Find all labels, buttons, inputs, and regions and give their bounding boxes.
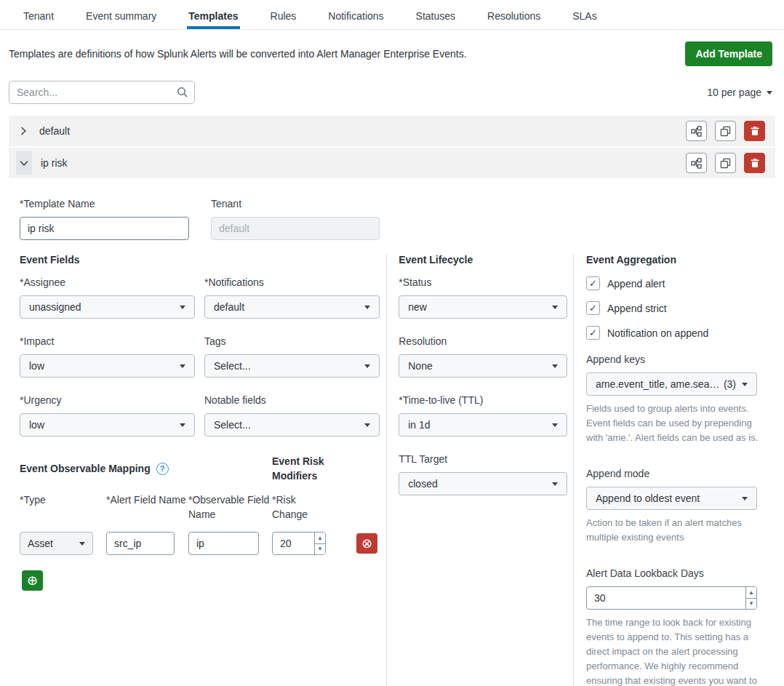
ttl-target-select[interactable]: closed bbox=[399, 472, 567, 495]
append-mode-select[interactable]: Append to oldest event bbox=[586, 487, 757, 510]
add-template-button[interactable]: Add Template bbox=[685, 41, 772, 66]
add-mapping-button[interactable]: ⊕ bbox=[22, 570, 43, 591]
notifications-label: *Notifications bbox=[204, 276, 380, 288]
notable-fields-select[interactable]: Select... bbox=[204, 413, 380, 436]
template-row-default[interactable]: default bbox=[9, 116, 775, 146]
page-description: Templates are definitions of how Splunk … bbox=[9, 48, 467, 60]
lookback-days-input[interactable] bbox=[587, 587, 745, 609]
ttl-value: in 1d bbox=[408, 419, 546, 431]
stepper-up-icon[interactable]: ▲ bbox=[315, 533, 325, 544]
observable-mapping-column-labels: *Type *Alert Field Name *Observable Fiel… bbox=[20, 492, 386, 522]
observable-field-column-label: *Observable Field Name bbox=[188, 492, 272, 522]
append-alert-label: Append alert bbox=[607, 278, 665, 290]
observable-type-select[interactable]: Asset bbox=[20, 532, 93, 555]
alert-field-column-label: *Alert Field Name bbox=[106, 492, 188, 522]
notable-fields-label: Notable fields bbox=[204, 394, 380, 406]
copy-icon-button[interactable] bbox=[715, 153, 736, 173]
tab-slas[interactable]: SLAs bbox=[571, 1, 598, 29]
copy-icon-button[interactable] bbox=[715, 121, 736, 141]
notification-on-append-checkbox-row[interactable]: ✓ Notification on append bbox=[586, 326, 762, 340]
template-row-ip-risk[interactable]: ip risk bbox=[9, 148, 775, 178]
impact-select[interactable]: low bbox=[20, 354, 195, 378]
resolution-label: Resolution bbox=[399, 335, 573, 347]
status-label: *Status bbox=[399, 276, 573, 288]
observable-mapping-row: Asset ▲ ▼ ⊗ bbox=[20, 532, 386, 555]
stepper-down-icon[interactable]: ▼ bbox=[315, 544, 325, 555]
help-icon[interactable]: ? bbox=[156, 463, 169, 475]
notifications-select[interactable]: default bbox=[204, 295, 380, 319]
chevron-down-icon bbox=[180, 306, 185, 309]
notifications-value: default bbox=[214, 301, 359, 313]
assignee-value: unassigned bbox=[29, 301, 174, 313]
per-page-label: 10 per page bbox=[707, 87, 761, 98]
template-name: default bbox=[39, 125, 70, 137]
chevron-down-icon bbox=[180, 423, 185, 427]
tags-select[interactable]: Select... bbox=[204, 354, 380, 378]
template-name-input[interactable] bbox=[20, 217, 189, 240]
chevron-down-icon bbox=[79, 542, 85, 546]
urgency-label: *Urgency bbox=[20, 394, 195, 406]
template-name: ip risk bbox=[41, 157, 68, 169]
tab-tenant[interactable]: Tenant bbox=[22, 1, 55, 29]
tenant-label: Tenant bbox=[211, 198, 380, 210]
lookback-days-label: Alert Data Lookback Days bbox=[586, 567, 762, 579]
risk-change-stepper: ▲ ▼ bbox=[272, 532, 326, 555]
observable-type-value: Asset bbox=[28, 538, 73, 549]
append-strict-label: Append strict bbox=[607, 303, 667, 314]
assignee-select[interactable]: unassigned bbox=[20, 295, 195, 319]
hierarchy-icon-button[interactable] bbox=[686, 153, 707, 173]
ttl-label: *Time-to-live (TTL) bbox=[399, 394, 573, 406]
tab-rules[interactable]: Rules bbox=[269, 1, 298, 29]
delete-trash-icon-button[interactable] bbox=[744, 121, 765, 141]
chevron-down-icon bbox=[552, 482, 558, 486]
page-header: Templates are definitions of how Splunk … bbox=[0, 30, 784, 75]
chevron-down-icon bbox=[364, 364, 370, 368]
tab-resolutions[interactable]: Resolutions bbox=[486, 1, 542, 29]
tab-statuses[interactable]: Statuses bbox=[415, 1, 457, 29]
chevron-down-icon bbox=[364, 423, 370, 427]
lookback-days-stepper: ▲ ▼ bbox=[586, 586, 757, 610]
event-aggregation-title: Event Aggregation bbox=[586, 254, 762, 266]
checkbox-checked-icon[interactable]: ✓ bbox=[586, 326, 600, 340]
event-lifecycle-title: Event Lifecycle bbox=[399, 254, 573, 266]
tab-templates[interactable]: Templates bbox=[187, 1, 239, 29]
event-aggregation-column: Event Aggregation ✓ Append alert ✓ Appen… bbox=[574, 254, 784, 686]
observable-field-name-input[interactable] bbox=[188, 532, 259, 555]
append-keys-count: (3) bbox=[724, 378, 736, 390]
notable-fields-value: Select... bbox=[214, 419, 359, 431]
expand-chevron-right-icon[interactable] bbox=[16, 124, 31, 138]
search-input[interactable] bbox=[9, 81, 195, 104]
notification-on-append-label: Notification on append bbox=[607, 327, 708, 339]
chevron-down-icon bbox=[180, 364, 185, 368]
chevron-down-icon bbox=[767, 91, 772, 95]
append-keys-help: Fields used to group alerts into events.… bbox=[586, 402, 761, 445]
per-page-dropdown[interactable]: 10 per page bbox=[707, 87, 772, 98]
tags-label: Tags bbox=[204, 335, 380, 347]
append-keys-select[interactable]: ame.event_title, ame.sear... (3) bbox=[586, 372, 757, 396]
tab-notifications[interactable]: Notifications bbox=[327, 1, 385, 29]
remove-mapping-button[interactable]: ⊗ bbox=[356, 533, 377, 554]
urgency-select[interactable]: low bbox=[20, 413, 195, 436]
append-mode-help: Action to be taken if an alert matches m… bbox=[586, 516, 761, 545]
risk-change-input[interactable] bbox=[273, 533, 314, 554]
ttl-target-label: TTL Target bbox=[399, 453, 573, 465]
checkbox-checked-icon[interactable]: ✓ bbox=[586, 276, 600, 290]
hierarchy-icon-button[interactable] bbox=[686, 121, 707, 141]
append-strict-checkbox-row[interactable]: ✓ Append strict bbox=[586, 301, 762, 315]
chevron-down-icon bbox=[364, 306, 370, 309]
delete-trash-icon-button[interactable] bbox=[744, 153, 765, 173]
tab-bar: Tenant Event summary Templates Rules Not… bbox=[0, 0, 784, 30]
resolution-select[interactable]: None bbox=[399, 354, 567, 378]
alert-field-name-input[interactable] bbox=[106, 532, 175, 555]
append-alert-checkbox-row[interactable]: ✓ Append alert bbox=[586, 276, 762, 290]
tags-value: Select... bbox=[214, 360, 359, 372]
collapse-chevron-down-icon[interactable] bbox=[16, 151, 32, 175]
ttl-select[interactable]: in 1d bbox=[399, 413, 567, 436]
event-fields-title: Event Fields bbox=[20, 254, 386, 266]
stepper-up-icon[interactable]: ▲ bbox=[746, 587, 756, 599]
template-name-field: *Template Name bbox=[20, 198, 189, 240]
stepper-down-icon[interactable]: ▼ bbox=[746, 599, 756, 610]
checkbox-checked-icon[interactable]: ✓ bbox=[586, 301, 600, 315]
tab-event-summary[interactable]: Event summary bbox=[84, 1, 158, 29]
status-select[interactable]: new bbox=[399, 295, 567, 319]
